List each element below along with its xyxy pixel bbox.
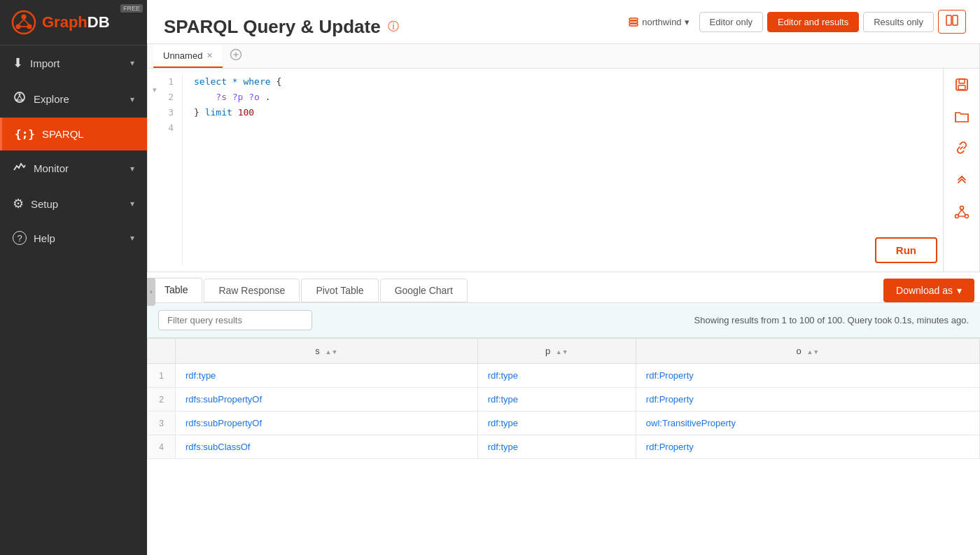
svg-point-26 [955, 215, 958, 218]
code-line-4 [194, 120, 968, 136]
editor-tabs-bar: Unnamed ✕ [148, 44, 979, 69]
table-header-row: s ▲▼ p ▲▼ o ▲▼ [148, 339, 980, 364]
row-num: 3 [148, 412, 176, 435]
tab-raw-response[interactable]: Raw Response [204, 279, 300, 302]
sidebar-item-label-import: Import [30, 57, 60, 69]
page-header: SPARQL Query & Update ⓘ northwind ▾ Edit… [147, 0, 980, 43]
cell-s[interactable]: rdfs:subPropertyOf [176, 412, 478, 435]
table-header-p[interactable]: p ▲▼ [477, 339, 636, 364]
filter-bar: Showing results from 1 to 100 of 100. Qu… [147, 303, 980, 338]
tab-google-chart[interactable]: Google Chart [380, 279, 468, 302]
table-row: 3 rdfs:subPropertyOf rdf:type owl:Transi… [148, 412, 980, 435]
table-row: 4 rdfs:subClassOf rdf:type rdf:Property [148, 435, 980, 459]
chevron-down-icon: ▾ [130, 94, 134, 104]
collapse-arrow-icon[interactable]: ▾ [148, 85, 162, 94]
results-only-button[interactable]: Results only [863, 12, 934, 32]
save-icon[interactable] [954, 77, 969, 97]
cell-p[interactable]: rdf:type [477, 388, 636, 412]
svg-rect-14 [629, 18, 638, 20]
graphdb-logo-icon [11, 10, 36, 35]
cell-s[interactable]: rdfs:subPropertyOf [176, 388, 478, 412]
chevron-down-icon: ▾ [130, 199, 134, 209]
logo-area: GraphDB FREE [0, 0, 147, 45]
explore-icon [13, 90, 27, 108]
cell-o[interactable]: rdf:Property [636, 435, 979, 459]
svg-line-5 [24, 20, 29, 25]
cell-o[interactable]: owl:TransitiveProperty [636, 412, 979, 435]
cell-p[interactable]: rdf:type [477, 435, 636, 459]
download-as-button[interactable]: Download as ▾ [883, 279, 974, 302]
code-editor[interactable]: ▾ 1 2 3 4 select * where { ?s ?p ?o . } … [148, 69, 979, 272]
results-tabs: Table Raw Response Pivot Table Google Ch… [147, 278, 469, 302]
table-row: 1 rdf:type rdf:type rdf:Property [148, 364, 980, 388]
free-badge: FREE [120, 4, 143, 13]
editor-right-toolbar [943, 69, 979, 272]
tab-label: Unnamed [163, 50, 202, 61]
svg-line-4 [19, 20, 24, 25]
table-header-o[interactable]: o ▲▼ [636, 339, 979, 364]
filter-query-results-input[interactable] [158, 310, 312, 330]
code-line-1: select * where { [194, 74, 968, 90]
sparql-icon: {;} [15, 127, 35, 141]
svg-rect-18 [953, 15, 958, 25]
tab-close-icon[interactable]: ✕ [206, 51, 213, 60]
download-label: Download as [896, 285, 953, 296]
logo-text: GraphDB [42, 13, 110, 31]
sidebar-item-monitor[interactable]: Monitor ▾ [0, 150, 147, 186]
cell-o[interactable]: rdf:Property [636, 364, 979, 388]
table-header-s[interactable]: s ▲▼ [176, 339, 478, 364]
svg-line-11 [18, 96, 20, 100]
editor-tab-unnamed[interactable]: Unnamed ✕ [153, 45, 223, 68]
info-icon[interactable]: ⓘ [388, 20, 399, 34]
cell-p[interactable]: rdf:type [477, 412, 636, 435]
sidebar-item-import[interactable]: ⬇ Import ▾ [0, 45, 147, 80]
expand-icon[interactable] [954, 172, 969, 192]
svg-rect-15 [629, 21, 638, 23]
folder-icon[interactable] [954, 109, 969, 127]
sidebar-item-label-explore: Explore [34, 93, 69, 105]
page-title: SPARQL Query & Update [164, 16, 381, 38]
sidebar-item-setup[interactable]: ⚙ Setup ▾ [0, 186, 147, 221]
sidebar-item-sparql[interactable]: {;} SPARQL [0, 118, 147, 150]
cell-o[interactable]: rdf:Property [636, 388, 979, 412]
svg-point-2 [16, 24, 21, 29]
row-num: 2 [148, 388, 176, 412]
sort-arrows-s-icon: ▲▼ [325, 349, 337, 356]
setup-icon: ⚙ [13, 196, 24, 211]
query-editor-container: Unnamed ✕ ▾ 1 2 3 4 select * where { ?s … [147, 43, 980, 272]
run-button[interactable]: Run [875, 237, 937, 263]
cell-p[interactable]: rdf:type [477, 364, 636, 388]
svg-line-12 [20, 96, 22, 100]
results-tabs-bar: Table Raw Response Pivot Table Google Ch… [147, 272, 980, 303]
sidebar-item-help[interactable]: ? Help ▾ [0, 221, 147, 255]
results-info-text: Showing results from 1 to 100 of 100. Qu… [694, 315, 969, 325]
layout-toggle-button[interactable] [938, 10, 966, 34]
code-content: select * where { ?s ?p ?o . } limit 100 [183, 74, 979, 266]
plus-icon [230, 48, 242, 61]
workspace-chevron-icon: ▾ [685, 17, 690, 27]
workspace-name: northwind [642, 17, 681, 27]
editor-only-button[interactable]: Editor only [699, 12, 763, 32]
row-num: 1 [148, 364, 176, 388]
editor-and-results-button[interactable]: Editor and results [767, 12, 859, 32]
results-table: s ▲▼ p ▲▼ o ▲▼ 1 rd [147, 338, 980, 459]
cell-s[interactable]: rdf:type [176, 364, 478, 388]
add-tab-button[interactable] [223, 44, 249, 68]
svg-rect-24 [958, 85, 965, 90]
link-icon[interactable] [954, 140, 969, 160]
tab-table[interactable]: Table [150, 278, 202, 302]
nodes-icon[interactable] [954, 204, 969, 224]
sidebar-item-explore[interactable]: Explore ▾ [0, 80, 147, 118]
sidebar-item-label-help: Help [34, 232, 55, 244]
sidebar-item-label-setup: Setup [31, 198, 58, 210]
results-table-container[interactable]: s ▲▼ p ▲▼ o ▲▼ 1 rd [147, 338, 980, 555]
svg-rect-23 [959, 79, 965, 83]
sidebar-collapse-button[interactable]: ‹ [147, 278, 155, 306]
code-line-3: } limit 100 [194, 105, 968, 120]
table-row: 2 rdfs:subPropertyOf rdf:type rdf:Proper… [148, 388, 980, 412]
cell-s[interactable]: rdfs:subClassOf [176, 435, 478, 459]
chevron-down-icon: ▾ [130, 164, 134, 174]
tab-pivot-table[interactable]: Pivot Table [301, 279, 378, 302]
svg-rect-17 [946, 15, 951, 25]
workspace-selector[interactable]: northwind ▾ [628, 16, 689, 27]
